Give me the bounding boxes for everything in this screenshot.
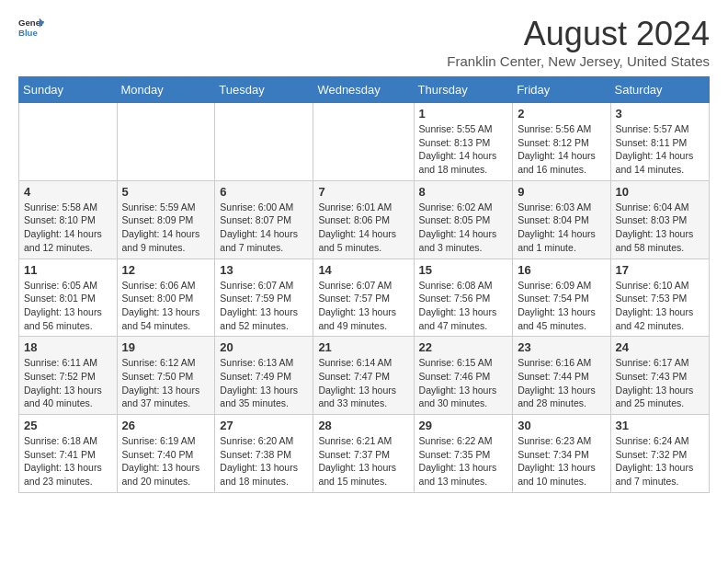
day-info: Sunrise: 6:04 AM Sunset: 8:03 PM Dayligh… <box>616 201 704 255</box>
day-number: 24 <box>616 340 704 354</box>
weekday-header-tuesday: Tuesday <box>215 77 313 103</box>
calendar-table: SundayMondayTuesdayWednesdayThursdayFrid… <box>18 76 710 493</box>
calendar-week-row: 25Sunrise: 6:18 AM Sunset: 7:41 PM Dayli… <box>19 415 710 493</box>
day-info: Sunrise: 6:09 AM Sunset: 7:54 PM Dayligh… <box>518 279 605 333</box>
calendar-cell: 23Sunrise: 6:16 AM Sunset: 7:44 PM Dayli… <box>513 337 610 415</box>
day-info: Sunrise: 6:10 AM Sunset: 7:53 PM Dayligh… <box>616 279 704 333</box>
day-info: Sunrise: 6:16 AM Sunset: 7:44 PM Dayligh… <box>518 356 605 410</box>
calendar-cell: 17Sunrise: 6:10 AM Sunset: 7:53 PM Dayli… <box>610 259 709 337</box>
day-number: 10 <box>616 185 704 199</box>
day-info: Sunrise: 6:07 AM Sunset: 7:57 PM Dayligh… <box>318 279 408 333</box>
day-number: 17 <box>616 263 704 277</box>
calendar-cell: 8Sunrise: 6:02 AM Sunset: 8:05 PM Daylig… <box>414 180 513 259</box>
calendar-cell: 19Sunrise: 6:12 AM Sunset: 7:50 PM Dayli… <box>117 337 215 415</box>
weekday-header-monday: Monday <box>117 77 215 103</box>
day-info: Sunrise: 6:18 AM Sunset: 7:41 PM Dayligh… <box>24 434 112 488</box>
day-info: Sunrise: 5:58 AM Sunset: 8:10 PM Dayligh… <box>24 201 112 255</box>
day-info: Sunrise: 6:11 AM Sunset: 7:52 PM Dayligh… <box>24 356 112 410</box>
calendar-cell: 15Sunrise: 6:08 AM Sunset: 7:56 PM Dayli… <box>414 259 513 337</box>
calendar-cell: 27Sunrise: 6:20 AM Sunset: 7:38 PM Dayli… <box>215 415 313 493</box>
day-number: 21 <box>318 340 408 354</box>
day-number: 19 <box>122 340 210 354</box>
calendar-cell: 25Sunrise: 6:18 AM Sunset: 7:41 PM Dayli… <box>19 415 118 493</box>
day-info: Sunrise: 6:00 AM Sunset: 8:07 PM Dayligh… <box>220 201 308 255</box>
calendar-cell: 26Sunrise: 6:19 AM Sunset: 7:40 PM Dayli… <box>117 415 215 493</box>
day-info: Sunrise: 5:57 AM Sunset: 8:11 PM Dayligh… <box>616 122 704 177</box>
calendar-cell: 20Sunrise: 6:13 AM Sunset: 7:49 PM Dayli… <box>215 337 313 415</box>
calendar-week-row: 11Sunrise: 6:05 AM Sunset: 8:01 PM Dayli… <box>19 259 710 337</box>
day-info: Sunrise: 6:22 AM Sunset: 7:35 PM Dayligh… <box>419 434 508 488</box>
calendar-cell: 21Sunrise: 6:14 AM Sunset: 7:47 PM Dayli… <box>313 337 414 415</box>
day-number: 11 <box>24 263 112 277</box>
calendar-cell <box>313 103 414 181</box>
day-number: 23 <box>518 340 605 354</box>
location-title: Franklin Center, New Jersey, United Stat… <box>447 53 710 69</box>
calendar-cell: 7Sunrise: 6:01 AM Sunset: 8:06 PM Daylig… <box>313 180 414 259</box>
calendar-week-row: 4Sunrise: 5:58 AM Sunset: 8:10 PM Daylig… <box>19 180 710 259</box>
calendar-cell: 1Sunrise: 5:55 AM Sunset: 8:13 PM Daylig… <box>414 103 513 181</box>
calendar-cell: 3Sunrise: 5:57 AM Sunset: 8:11 PM Daylig… <box>610 103 709 181</box>
day-number: 31 <box>616 419 704 432</box>
day-number: 1 <box>419 107 508 121</box>
calendar-cell: 4Sunrise: 5:58 AM Sunset: 8:10 PM Daylig… <box>19 180 118 259</box>
calendar-cell: 10Sunrise: 6:04 AM Sunset: 8:03 PM Dayli… <box>610 180 709 259</box>
logo: General Blue <box>18 15 44 40</box>
day-info: Sunrise: 6:07 AM Sunset: 7:59 PM Dayligh… <box>220 279 308 333</box>
calendar-cell: 6Sunrise: 6:00 AM Sunset: 8:07 PM Daylig… <box>215 180 313 259</box>
calendar-cell: 12Sunrise: 6:06 AM Sunset: 8:00 PM Dayli… <box>117 259 215 337</box>
day-info: Sunrise: 6:08 AM Sunset: 7:56 PM Dayligh… <box>419 279 508 333</box>
day-number: 29 <box>419 419 508 432</box>
day-number: 30 <box>518 419 605 432</box>
calendar-cell: 24Sunrise: 6:17 AM Sunset: 7:43 PM Dayli… <box>610 337 709 415</box>
calendar-week-row: 1Sunrise: 5:55 AM Sunset: 8:13 PM Daylig… <box>19 103 710 181</box>
day-info: Sunrise: 6:15 AM Sunset: 7:46 PM Dayligh… <box>419 356 508 410</box>
day-info: Sunrise: 5:55 AM Sunset: 8:13 PM Dayligh… <box>419 122 508 177</box>
day-number: 3 <box>616 107 704 121</box>
day-number: 18 <box>24 340 112 354</box>
weekday-header-saturday: Saturday <box>610 77 709 103</box>
day-info: Sunrise: 6:19 AM Sunset: 7:40 PM Dayligh… <box>122 434 210 488</box>
day-info: Sunrise: 6:14 AM Sunset: 7:47 PM Dayligh… <box>318 356 408 410</box>
day-number: 26 <box>122 419 210 432</box>
calendar-cell: 29Sunrise: 6:22 AM Sunset: 7:35 PM Dayli… <box>414 415 513 493</box>
day-number: 14 <box>318 263 408 277</box>
page-header: General Blue August 2024 Franklin Center… <box>18 15 710 69</box>
day-info: Sunrise: 5:56 AM Sunset: 8:12 PM Dayligh… <box>518 122 605 177</box>
calendar-cell: 28Sunrise: 6:21 AM Sunset: 7:37 PM Dayli… <box>313 415 414 493</box>
day-number: 13 <box>220 263 308 277</box>
day-number: 25 <box>24 419 112 432</box>
month-title: August 2024 <box>447 15 710 53</box>
day-number: 15 <box>419 263 508 277</box>
day-number: 20 <box>220 340 308 354</box>
day-number: 28 <box>318 419 408 432</box>
calendar-cell <box>117 103 215 181</box>
day-number: 6 <box>220 185 308 199</box>
day-info: Sunrise: 6:02 AM Sunset: 8:05 PM Dayligh… <box>419 201 508 255</box>
title-area: August 2024 Franklin Center, New Jersey,… <box>447 15 710 69</box>
day-info: Sunrise: 6:24 AM Sunset: 7:32 PM Dayligh… <box>616 434 704 488</box>
day-info: Sunrise: 6:06 AM Sunset: 8:00 PM Dayligh… <box>122 279 210 333</box>
weekday-header-thursday: Thursday <box>414 77 513 103</box>
day-info: Sunrise: 6:23 AM Sunset: 7:34 PM Dayligh… <box>518 434 605 488</box>
day-number: 16 <box>518 263 605 277</box>
day-number: 22 <box>419 340 508 354</box>
day-info: Sunrise: 6:20 AM Sunset: 7:38 PM Dayligh… <box>220 434 308 488</box>
day-info: Sunrise: 6:05 AM Sunset: 8:01 PM Dayligh… <box>24 279 112 333</box>
calendar-cell: 14Sunrise: 6:07 AM Sunset: 7:57 PM Dayli… <box>313 259 414 337</box>
calendar-cell: 9Sunrise: 6:03 AM Sunset: 8:04 PM Daylig… <box>513 180 610 259</box>
day-number: 9 <box>518 185 605 199</box>
calendar-cell: 11Sunrise: 6:05 AM Sunset: 8:01 PM Dayli… <box>19 259 118 337</box>
calendar-cell: 30Sunrise: 6:23 AM Sunset: 7:34 PM Dayli… <box>513 415 610 493</box>
weekday-header-wednesday: Wednesday <box>313 77 414 103</box>
calendar-cell: 5Sunrise: 5:59 AM Sunset: 8:09 PM Daylig… <box>117 180 215 259</box>
calendar-cell: 18Sunrise: 6:11 AM Sunset: 7:52 PM Dayli… <box>19 337 118 415</box>
day-info: Sunrise: 6:17 AM Sunset: 7:43 PM Dayligh… <box>616 356 704 410</box>
weekday-header-sunday: Sunday <box>19 77 118 103</box>
day-number: 2 <box>518 107 605 121</box>
calendar-cell: 31Sunrise: 6:24 AM Sunset: 7:32 PM Dayli… <box>610 415 709 493</box>
day-info: Sunrise: 6:12 AM Sunset: 7:50 PM Dayligh… <box>122 356 210 410</box>
calendar-week-row: 18Sunrise: 6:11 AM Sunset: 7:52 PM Dayli… <box>19 337 710 415</box>
day-number: 7 <box>318 185 408 199</box>
day-info: Sunrise: 5:59 AM Sunset: 8:09 PM Dayligh… <box>122 201 210 255</box>
weekday-header-friday: Friday <box>513 77 610 103</box>
